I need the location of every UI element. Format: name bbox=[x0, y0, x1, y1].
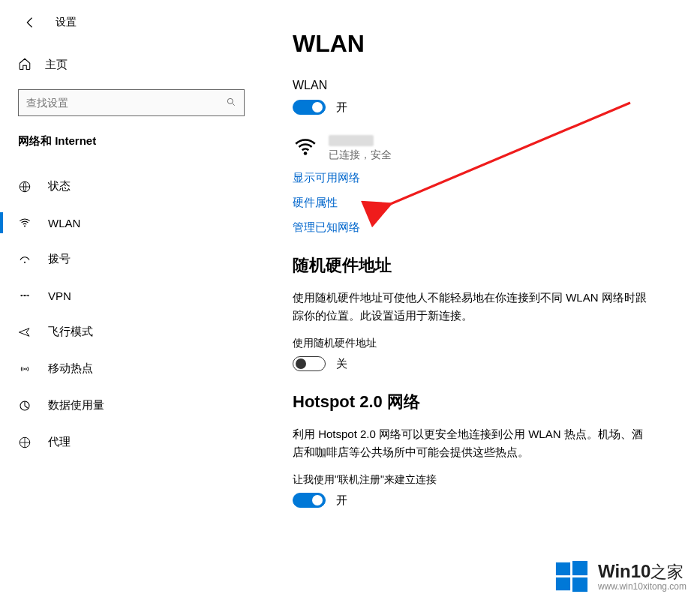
search-icon bbox=[218, 97, 244, 110]
current-network[interactable]: 已连接，安全 bbox=[293, 134, 670, 162]
hotspot2-desc: 利用 Hotspot 2.0 网络可以更安全地连接到公用 WLAN 热点。机场、… bbox=[293, 425, 653, 461]
random-mac-desc: 使用随机硬件地址可使他人不能轻易地在你连接到不同 WLAN 网络时跟踪你的位置。… bbox=[293, 289, 653, 325]
app-title: 设置 bbox=[56, 16, 77, 29]
random-mac-title: 随机硬件地址 bbox=[293, 254, 670, 277]
vpn-icon bbox=[18, 289, 35, 302]
sidebar-home[interactable]: 主页 bbox=[0, 48, 263, 82]
sidebar-item-proxy[interactable]: 代理 bbox=[0, 424, 263, 460]
sidebar-item-label: 数据使用量 bbox=[48, 398, 104, 412]
svg-point-8 bbox=[24, 368, 26, 370]
svg-line-1 bbox=[233, 103, 235, 105]
wlan-toggle[interactable] bbox=[293, 100, 326, 115]
hotspot2-toggle[interactable] bbox=[293, 493, 326, 508]
watermark-url: www.win10xitong.com bbox=[598, 582, 686, 592]
hotspot-icon bbox=[18, 362, 35, 376]
random-mac-toggle-state: 关 bbox=[336, 357, 347, 371]
link-show-networks[interactable]: 显示可用网络 bbox=[293, 171, 670, 185]
wlan-toggle-state: 开 bbox=[336, 100, 347, 115]
sidebar-item-label: 移动热点 bbox=[48, 362, 93, 376]
sidebar-item-dialup[interactable]: 拨号 bbox=[0, 241, 263, 278]
windows-logo-icon bbox=[554, 560, 589, 594]
random-mac-sublabel: 使用随机硬件地址 bbox=[293, 337, 670, 350]
sidebar-category: 网络和 Internet bbox=[0, 128, 263, 156]
sidebar-item-label: 代理 bbox=[48, 435, 71, 449]
svg-point-3 bbox=[24, 226, 26, 227]
network-status: 已连接，安全 bbox=[329, 148, 392, 162]
wlan-toggle-label: WLAN bbox=[293, 79, 670, 92]
sidebar-item-label: 状态 bbox=[48, 179, 71, 194]
search-input[interactable] bbox=[19, 97, 218, 109]
globe-icon bbox=[18, 180, 35, 194]
dialup-icon bbox=[18, 253, 35, 266]
data-usage-icon bbox=[18, 399, 35, 412]
hotspot2-sublabel: 让我使用"联机注册"来建立连接 bbox=[293, 473, 670, 487]
home-icon bbox=[18, 57, 33, 73]
svg-point-0 bbox=[227, 98, 233, 104]
wifi-icon bbox=[18, 216, 35, 230]
sidebar-item-label: WLAN bbox=[48, 217, 80, 230]
watermark: Win10之家 www.win10xitong.com bbox=[554, 560, 686, 594]
sidebar-item-hotspot[interactable]: 移动热点 bbox=[0, 350, 263, 387]
search-box[interactable] bbox=[18, 89, 245, 116]
random-mac-toggle[interactable] bbox=[293, 356, 326, 371]
sidebar-home-label: 主页 bbox=[45, 58, 68, 72]
sidebar-item-airplane[interactable]: 飞行模式 bbox=[0, 314, 263, 350]
sidebar-item-vpn[interactable]: VPN bbox=[0, 278, 263, 314]
svg-rect-13 bbox=[556, 562, 570, 575]
airplane-icon bbox=[18, 326, 35, 339]
sidebar-item-wlan[interactable]: WLAN bbox=[0, 205, 263, 241]
sidebar-item-label: 拨号 bbox=[48, 252, 71, 266]
watermark-brand: Win10 bbox=[598, 561, 650, 581]
sidebar-item-label: VPN bbox=[48, 290, 71, 302]
svg-rect-16 bbox=[572, 578, 587, 592]
link-manage-known-networks[interactable]: 管理已知网络 bbox=[293, 220, 670, 235]
network-ssid bbox=[329, 135, 374, 146]
hotspot2-toggle-state: 开 bbox=[336, 494, 347, 508]
svg-point-11 bbox=[304, 152, 308, 155]
sidebar-item-label: 飞行模式 bbox=[48, 325, 93, 339]
sidebar-item-data-usage[interactable]: 数据使用量 bbox=[0, 387, 263, 424]
wifi-signal-icon bbox=[293, 134, 318, 162]
page-title: WLAN bbox=[293, 30, 670, 58]
svg-rect-15 bbox=[556, 578, 570, 590]
link-hardware-properties[interactable]: 硬件属性 bbox=[293, 196, 670, 210]
proxy-icon bbox=[18, 436, 35, 449]
svg-point-4 bbox=[24, 261, 26, 262]
watermark-suffix: 之家 bbox=[650, 562, 683, 581]
hotspot2-title: Hotspot 2.0 网络 bbox=[293, 391, 670, 413]
svg-rect-14 bbox=[572, 561, 587, 575]
sidebar-item-status[interactable]: 状态 bbox=[0, 168, 263, 205]
back-button[interactable] bbox=[18, 10, 42, 34]
